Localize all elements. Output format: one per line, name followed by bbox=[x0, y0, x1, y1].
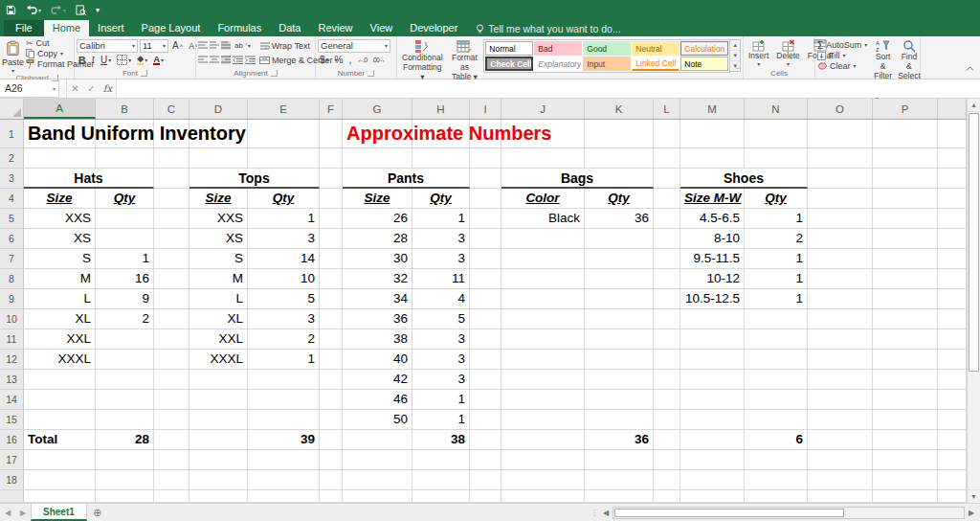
cell-partial[interactable] bbox=[938, 430, 967, 450]
style-chip-normal[interactable]: Normal bbox=[485, 41, 533, 56]
cell-P6[interactable] bbox=[873, 229, 938, 249]
cell-E13[interactable] bbox=[248, 370, 320, 390]
cell-L3[interactable] bbox=[654, 169, 680, 189]
cell-C4[interactable] bbox=[154, 189, 189, 209]
cell-L12[interactable] bbox=[654, 350, 680, 370]
cell-P11[interactable] bbox=[873, 329, 938, 350]
ribbon-tab-developer[interactable]: Developer bbox=[401, 20, 466, 36]
cell-L9[interactable] bbox=[654, 289, 680, 309]
cell-M14[interactable] bbox=[680, 390, 745, 410]
cell-D8[interactable]: M bbox=[189, 269, 248, 289]
cell-C10[interactable] bbox=[154, 309, 189, 329]
cell-F9[interactable] bbox=[320, 289, 343, 309]
cell-J13[interactable] bbox=[501, 370, 585, 390]
ribbon-tab-formulas[interactable]: Formulas bbox=[209, 20, 270, 36]
column-header-J[interactable]: J bbox=[501, 99, 585, 119]
ribbon-tab-view[interactable]: View bbox=[362, 20, 402, 36]
cell-A2[interactable] bbox=[24, 148, 96, 169]
undo-dropdown-icon[interactable]: ▾ bbox=[38, 7, 41, 13]
row-header-6[interactable]: 6 bbox=[0, 229, 24, 249]
cell-M17[interactable] bbox=[680, 450, 745, 470]
cell-I18[interactable] bbox=[470, 470, 501, 490]
cell-O6[interactable] bbox=[808, 229, 873, 249]
cell-I12[interactable] bbox=[470, 350, 501, 370]
column-header-L[interactable]: L bbox=[654, 99, 680, 119]
cell-E8[interactable]: 10 bbox=[248, 269, 320, 289]
cell-Bpartial[interactable] bbox=[96, 490, 154, 503]
cell-N2[interactable] bbox=[745, 148, 808, 169]
cell-G12[interactable]: 40 bbox=[343, 350, 412, 370]
cell-C7[interactable] bbox=[154, 249, 189, 269]
cell-I14[interactable] bbox=[470, 390, 501, 410]
cell-H11[interactable]: 3 bbox=[412, 329, 470, 350]
cell-G10[interactable]: 36 bbox=[343, 309, 412, 329]
cell-P7[interactable] bbox=[873, 249, 938, 269]
cell-O8[interactable] bbox=[808, 269, 873, 289]
cell-E1[interactable] bbox=[248, 120, 320, 148]
cell-P12[interactable] bbox=[873, 350, 938, 370]
cell-L16[interactable] bbox=[654, 430, 680, 450]
cell-partial[interactable] bbox=[938, 249, 967, 269]
cell-Hpartial[interactable] bbox=[412, 490, 470, 503]
cell-O14[interactable] bbox=[808, 390, 873, 410]
cell-C2[interactable] bbox=[154, 148, 189, 169]
cell-M7[interactable]: 9.5-11.5 bbox=[680, 249, 745, 269]
cell-C6[interactable] bbox=[154, 229, 189, 249]
cell-P4[interactable] bbox=[873, 189, 938, 209]
cell-D5[interactable]: XXS bbox=[189, 209, 248, 229]
wrap-text-button[interactable]: Wrap Text bbox=[260, 41, 310, 51]
cell-I9[interactable] bbox=[470, 289, 501, 309]
cell-A15[interactable] bbox=[24, 410, 96, 430]
cell-L14[interactable] bbox=[654, 390, 680, 410]
cell-partial[interactable] bbox=[938, 309, 967, 329]
cell-Fpartial[interactable] bbox=[320, 490, 343, 503]
cell-L7[interactable] bbox=[654, 249, 680, 269]
cell-P13[interactable] bbox=[873, 370, 938, 390]
cell-partial[interactable] bbox=[938, 269, 967, 289]
h-scroll-thumb[interactable] bbox=[614, 509, 844, 517]
style-chip-explanatory[interactable]: Explanatory ... bbox=[534, 57, 582, 71]
cell-I6[interactable] bbox=[470, 229, 501, 249]
v-scroll-thumb[interactable] bbox=[969, 113, 979, 372]
cell-G3[interactable]: Pants bbox=[343, 169, 470, 189]
v-scroll-down-icon[interactable]: ▼ bbox=[968, 489, 980, 503]
cell-D11[interactable]: XXL bbox=[189, 329, 248, 350]
cell-E14[interactable] bbox=[248, 390, 320, 410]
cell-J9[interactable] bbox=[501, 289, 585, 309]
cell-B16[interactable]: 28 bbox=[96, 430, 154, 450]
style-chip-input[interactable]: Input bbox=[583, 57, 631, 71]
cell-B7[interactable]: 1 bbox=[96, 249, 154, 269]
cell-L6[interactable] bbox=[654, 229, 680, 249]
cell-partial[interactable] bbox=[938, 450, 967, 470]
cell-A12[interactable]: XXXL bbox=[24, 350, 96, 370]
row-header-16[interactable]: 16 bbox=[0, 430, 24, 450]
vertical-scrollbar[interactable]: ▲ ▼ bbox=[967, 99, 980, 503]
cell-K4[interactable]: Qty bbox=[585, 189, 654, 209]
cell-F14[interactable] bbox=[320, 390, 343, 410]
cell-F1[interactable] bbox=[320, 120, 343, 148]
cell-G16[interactable] bbox=[343, 430, 412, 450]
cell-P3[interactable] bbox=[873, 169, 938, 189]
name-box-dropdown-icon[interactable]: ▾ bbox=[53, 85, 58, 92]
alignment-dialog-launcher-icon[interactable] bbox=[271, 70, 278, 77]
cell-E6[interactable]: 3 bbox=[248, 229, 320, 249]
cell-F15[interactable] bbox=[320, 410, 343, 430]
autosum-button[interactable]: ΣAutoSum▾ bbox=[817, 40, 867, 50]
cell-partial[interactable] bbox=[938, 120, 967, 148]
cell-Opartial[interactable] bbox=[808, 490, 873, 503]
ribbon-tab-insert[interactable]: Insert bbox=[89, 20, 133, 36]
cell-H14[interactable]: 1 bbox=[412, 390, 470, 410]
cell-L2[interactable] bbox=[654, 148, 680, 169]
cell-F10[interactable] bbox=[320, 309, 343, 329]
row-header-9[interactable]: 9 bbox=[0, 289, 24, 309]
cell-P16[interactable] bbox=[873, 430, 938, 450]
clear-button[interactable]: Clear▾ bbox=[817, 61, 867, 71]
cell-M6[interactable]: 8-10 bbox=[680, 229, 745, 249]
cell-J10[interactable] bbox=[501, 309, 585, 329]
cell-J2[interactable] bbox=[501, 148, 585, 169]
cell-H5[interactable]: 1 bbox=[412, 209, 470, 229]
cell-C13[interactable] bbox=[154, 370, 189, 390]
cell-partial[interactable] bbox=[938, 490, 967, 503]
undo-icon[interactable]: ▾ bbox=[26, 5, 41, 14]
cell-E2[interactable] bbox=[248, 148, 320, 169]
